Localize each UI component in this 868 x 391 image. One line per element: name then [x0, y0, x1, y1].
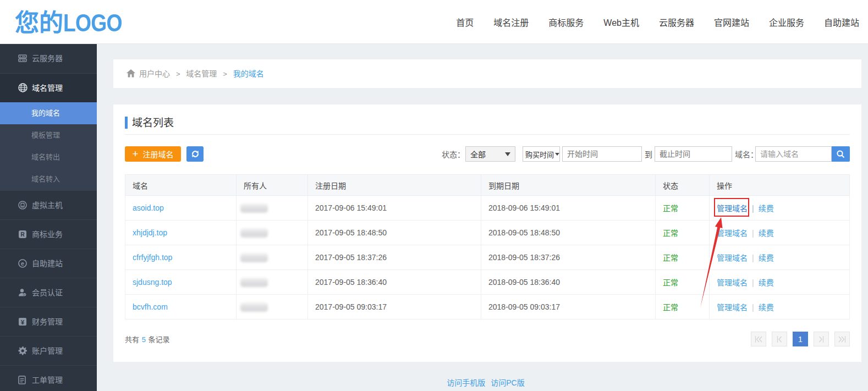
svg-text:R: R — [20, 232, 25, 238]
svg-text:¥: ¥ — [21, 319, 25, 326]
svg-text:e: e — [21, 260, 24, 267]
